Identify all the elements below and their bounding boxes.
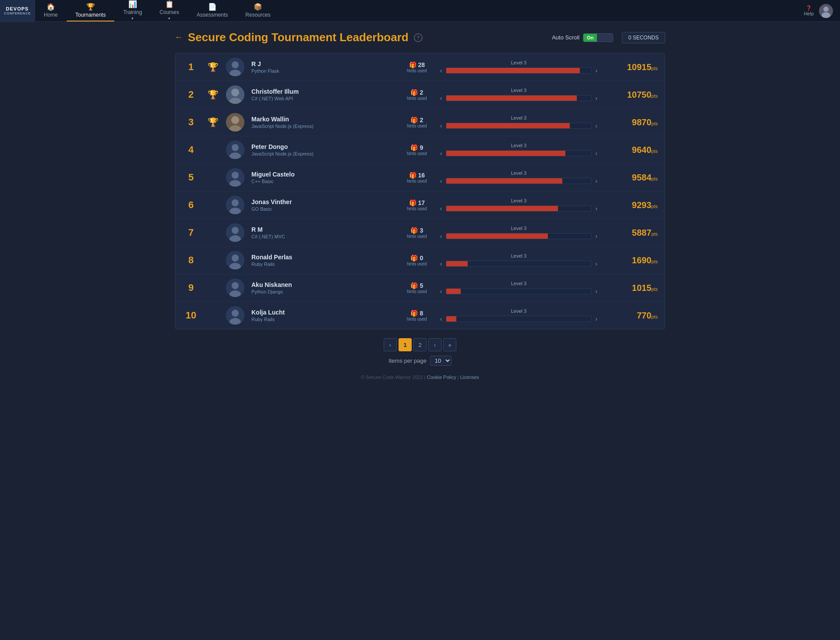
brand-name-sub: CONFERENCE	[4, 11, 31, 15]
level-next-btn[interactable]: ›	[594, 233, 598, 240]
level-prev-btn[interactable]: ‹	[439, 315, 443, 322]
trophy-icon: 🏆	[207, 62, 219, 72]
bar-track	[446, 67, 592, 74]
bar-fill	[446, 68, 580, 73]
page-header: ← Secure Coding Tournament Leaderboard ?…	[175, 31, 665, 44]
player-rank: 5	[182, 172, 200, 183]
level-next-btn[interactable]: ›	[594, 67, 598, 74]
player-avatar	[226, 223, 244, 242]
level-next-btn[interactable]: ›	[594, 205, 598, 212]
level-prev-btn[interactable]: ‹	[439, 260, 443, 267]
level-next-btn[interactable]: ›	[594, 260, 598, 267]
score-cell: 9293pts	[605, 200, 658, 210]
trophy-icon: 🏆	[207, 117, 219, 127]
level-next-btn[interactable]: ›	[594, 150, 598, 157]
score-cell: 5887pts	[605, 228, 658, 238]
nav-resources[interactable]: 📦 Resources	[236, 0, 279, 21]
level-next-btn[interactable]: ›	[594, 315, 598, 322]
score-value: 10750	[627, 90, 652, 99]
score-value: 770	[637, 311, 651, 320]
page-first-btn[interactable]: ‹	[384, 338, 397, 351]
hints-value: 🎁 3	[410, 227, 423, 234]
items-per-page-select[interactable]: 10 25 50	[430, 356, 452, 366]
score-pts: pts	[651, 121, 658, 126]
score-pts: pts	[651, 66, 658, 71]
nav-home[interactable]: 🏠 Home	[35, 0, 67, 21]
leaderboard-row: 2 🏆 Christoffer Illum C# (.NET) Web API …	[175, 81, 665, 109]
nav-courses[interactable]: 📋 Courses ▾	[151, 0, 188, 21]
trophy-placeholder: 🏆	[207, 172, 219, 183]
tournaments-icon: 🏆	[86, 3, 95, 11]
auto-scroll-toggle[interactable]: On	[583, 33, 613, 42]
hints-cell: 🎁 17 hints used	[402, 199, 432, 211]
hints-value: 🎁 8	[410, 310, 423, 317]
level-prev-btn[interactable]: ‹	[439, 288, 443, 295]
level-next-btn[interactable]: ›	[594, 288, 598, 295]
cookie-policy-link[interactable]: Cookie Policy	[427, 375, 456, 380]
level-next-btn[interactable]: ›	[594, 177, 598, 184]
score-pts: pts	[651, 259, 658, 264]
hints-value: 🎁 16	[409, 172, 425, 179]
level-next-btn[interactable]: ›	[594, 95, 598, 102]
licenses-link[interactable]: Licenses	[460, 375, 479, 380]
player-rank: 8	[182, 255, 200, 266]
level-bar: ‹ ›	[439, 260, 598, 267]
bar-fill	[446, 123, 570, 128]
player-lang: Ruby Rails	[251, 262, 395, 267]
toggle-on[interactable]: On	[583, 34, 597, 42]
leaderboard-row: 4 🏆 Peter Dongo JavaScript Node.js (Expr…	[175, 136, 665, 164]
hints-number: 2	[420, 117, 423, 124]
help-button[interactable]: ❓ Help	[804, 5, 814, 16]
back-button[interactable]: ←	[175, 33, 183, 42]
player-rank: 4	[182, 144, 200, 156]
player-name: R J	[251, 60, 395, 67]
score-pts: pts	[651, 314, 658, 319]
level-cell: Level 3 ‹ ›	[439, 281, 598, 295]
nav-tournaments[interactable]: 🏆 Tournaments	[67, 0, 114, 21]
hints-number: 9	[420, 144, 423, 151]
trophy-placeholder: 🏆	[207, 283, 219, 293]
level-prev-btn[interactable]: ‹	[439, 177, 443, 184]
page-1-btn[interactable]: 1	[399, 338, 412, 351]
brand-logo[interactable]: DEVOPS CONFERENCE	[0, 0, 35, 21]
level-prev-btn[interactable]: ‹	[439, 95, 443, 102]
footer-copyright: © Secure Code Warrior 2022 |	[361, 375, 426, 380]
score-cell: 9640pts	[605, 145, 658, 155]
hints-value: 🎁 5	[410, 282, 423, 289]
bar-fill	[446, 95, 577, 101]
hint-icon: 🎁	[410, 310, 418, 317]
bar-track	[446, 288, 592, 294]
user-avatar[interactable]	[819, 4, 833, 18]
player-avatar	[226, 113, 244, 131]
nav-assessments[interactable]: 📄 Assessments	[188, 0, 236, 21]
level-cell: Level 3 ‹ ›	[439, 170, 598, 184]
page-2-btn[interactable]: 2	[413, 338, 427, 351]
svg-point-6	[231, 88, 239, 96]
level-label: Level 3	[439, 226, 598, 231]
page-help-icon[interactable]: ?	[414, 33, 423, 42]
level-cell: Level 3 ‹ ›	[439, 226, 598, 240]
score-cell: 770pts	[605, 311, 658, 321]
level-prev-btn[interactable]: ‹	[439, 233, 443, 240]
level-next-btn[interactable]: ›	[594, 122, 598, 129]
footer-separator: |	[457, 375, 459, 380]
level-cell: Level 3 ‹ ›	[439, 88, 598, 102]
toggle-off[interactable]	[597, 34, 612, 42]
svg-point-21	[232, 227, 239, 234]
hints-value: 🎁 2	[410, 117, 423, 124]
hints-value: 🎁 2	[410, 89, 423, 96]
player-avatar	[226, 251, 244, 269]
bar-track	[446, 233, 592, 239]
pagination: ‹ 1 2 › »	[384, 338, 456, 351]
page-last-btn[interactable]: »	[443, 338, 456, 351]
page-next-btn[interactable]: ›	[428, 338, 441, 351]
level-prev-btn[interactable]: ‹	[439, 205, 443, 212]
nav-training[interactable]: 📊 Training ▾	[114, 0, 151, 21]
hints-label: hints used	[407, 317, 427, 322]
level-prev-btn[interactable]: ‹	[439, 67, 443, 74]
bar-fill	[446, 261, 468, 266]
level-prev-btn[interactable]: ‹	[439, 150, 443, 157]
header-right: Auto Scroll On 0 SECONDS	[552, 32, 665, 43]
level-prev-btn[interactable]: ‹	[439, 122, 443, 129]
level-label: Level 3	[439, 115, 598, 120]
